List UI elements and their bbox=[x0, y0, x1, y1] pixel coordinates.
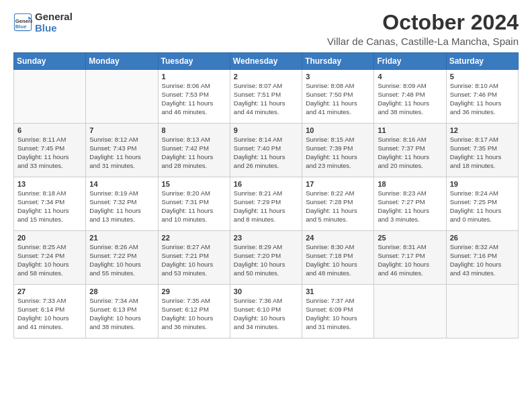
header-friday: Friday bbox=[374, 53, 446, 70]
calendar-cell: 1Sunrise: 8:06 AM Sunset: 7:53 PM Daylig… bbox=[158, 70, 230, 124]
day-info: Sunrise: 8:30 AM Sunset: 7:18 PM Dayligh… bbox=[306, 243, 370, 277]
main-container: General Blue General Blue October 2024 V… bbox=[0, 0, 532, 345]
day-number: 17 bbox=[306, 180, 370, 188]
calendar-week-3: 13Sunrise: 8:18 AM Sunset: 7:34 PM Dayli… bbox=[14, 177, 519, 231]
calendar-cell: 5Sunrise: 8:10 AM Sunset: 7:46 PM Daylig… bbox=[446, 70, 518, 124]
calendar-cell: 22Sunrise: 8:27 AM Sunset: 7:21 PM Dayli… bbox=[158, 231, 230, 285]
day-info: Sunrise: 8:27 AM Sunset: 7:21 PM Dayligh… bbox=[162, 243, 226, 277]
calendar-cell: 21Sunrise: 8:26 AM Sunset: 7:22 PM Dayli… bbox=[86, 231, 158, 285]
calendar-cell: 13Sunrise: 8:18 AM Sunset: 7:34 PM Dayli… bbox=[14, 177, 86, 231]
day-info: Sunrise: 7:35 AM Sunset: 6:12 PM Dayligh… bbox=[162, 297, 226, 331]
calendar-cell: 15Sunrise: 8:20 AM Sunset: 7:31 PM Dayli… bbox=[158, 177, 230, 231]
calendar-cell: 27Sunrise: 7:33 AM Sunset: 6:14 PM Dayli… bbox=[14, 285, 86, 338]
day-info: Sunrise: 8:08 AM Sunset: 7:50 PM Dayligh… bbox=[306, 82, 370, 116]
calendar-cell: 30Sunrise: 7:36 AM Sunset: 6:10 PM Dayli… bbox=[230, 285, 302, 338]
logo-icon: General Blue bbox=[13, 13, 32, 32]
day-info: Sunrise: 8:24 AM Sunset: 7:25 PM Dayligh… bbox=[450, 189, 515, 224]
day-number: 23 bbox=[234, 234, 298, 242]
title-block: October 2024 Villar de Canas, Castille-L… bbox=[327, 11, 519, 47]
calendar-week-4: 20Sunrise: 8:25 AM Sunset: 7:24 PM Dayli… bbox=[14, 231, 519, 285]
day-info: Sunrise: 8:20 AM Sunset: 7:31 PM Dayligh… bbox=[162, 189, 226, 224]
day-number: 27 bbox=[17, 287, 82, 295]
day-number: 7 bbox=[89, 126, 154, 134]
day-info: Sunrise: 8:14 AM Sunset: 7:40 PM Dayligh… bbox=[234, 136, 298, 170]
day-info: Sunrise: 7:36 AM Sunset: 6:10 PM Dayligh… bbox=[234, 297, 298, 331]
day-info: Sunrise: 8:09 AM Sunset: 7:48 PM Dayligh… bbox=[378, 82, 442, 116]
header-sunday: Sunday bbox=[14, 53, 86, 70]
calendar-week-2: 6Sunrise: 8:11 AM Sunset: 7:45 PM Daylig… bbox=[14, 124, 519, 177]
day-number: 24 bbox=[306, 234, 370, 242]
day-info: Sunrise: 8:15 AM Sunset: 7:39 PM Dayligh… bbox=[306, 136, 370, 170]
day-info: Sunrise: 8:18 AM Sunset: 7:34 PM Dayligh… bbox=[17, 189, 82, 224]
day-info: Sunrise: 8:31 AM Sunset: 7:17 PM Dayligh… bbox=[378, 243, 442, 277]
header-thursday: Thursday bbox=[302, 53, 374, 70]
day-number: 15 bbox=[162, 180, 226, 188]
calendar-cell: 9Sunrise: 8:14 AM Sunset: 7:40 PM Daylig… bbox=[230, 124, 302, 177]
header: General Blue General Blue October 2024 V… bbox=[13, 11, 519, 47]
day-number: 10 bbox=[306, 126, 370, 134]
logo-text-blue: Blue bbox=[35, 22, 73, 34]
day-info: Sunrise: 8:17 AM Sunset: 7:35 PM Dayligh… bbox=[450, 136, 515, 170]
day-info: Sunrise: 8:26 AM Sunset: 7:22 PM Dayligh… bbox=[89, 243, 154, 277]
calendar-cell: 10Sunrise: 8:15 AM Sunset: 7:39 PM Dayli… bbox=[302, 124, 374, 177]
calendar-cell: 17Sunrise: 8:22 AM Sunset: 7:28 PM Dayli… bbox=[302, 177, 374, 231]
calendar-cell bbox=[14, 70, 86, 124]
calendar-week-1: 1Sunrise: 8:06 AM Sunset: 7:53 PM Daylig… bbox=[14, 70, 519, 124]
day-number: 26 bbox=[450, 234, 515, 242]
day-info: Sunrise: 8:19 AM Sunset: 7:32 PM Dayligh… bbox=[89, 189, 154, 224]
calendar-cell: 7Sunrise: 8:12 AM Sunset: 7:43 PM Daylig… bbox=[86, 124, 158, 177]
day-number: 14 bbox=[89, 180, 154, 188]
calendar-cell: 2Sunrise: 8:07 AM Sunset: 7:51 PM Daylig… bbox=[230, 70, 302, 124]
day-info: Sunrise: 8:13 AM Sunset: 7:42 PM Dayligh… bbox=[162, 136, 226, 170]
day-info: Sunrise: 7:33 AM Sunset: 6:14 PM Dayligh… bbox=[17, 297, 82, 331]
day-number: 18 bbox=[378, 180, 442, 188]
calendar-week-5: 27Sunrise: 7:33 AM Sunset: 6:14 PM Dayli… bbox=[14, 285, 519, 338]
calendar-cell: 14Sunrise: 8:19 AM Sunset: 7:32 PM Dayli… bbox=[86, 177, 158, 231]
calendar-cell: 23Sunrise: 8:29 AM Sunset: 7:20 PM Dayli… bbox=[230, 231, 302, 285]
header-saturday: Saturday bbox=[446, 53, 518, 70]
calendar-cell: 19Sunrise: 8:24 AM Sunset: 7:25 PM Dayli… bbox=[446, 177, 518, 231]
calendar-cell: 28Sunrise: 7:34 AM Sunset: 6:13 PM Dayli… bbox=[86, 285, 158, 338]
day-number: 30 bbox=[234, 287, 298, 295]
calendar-cell: 3Sunrise: 8:08 AM Sunset: 7:50 PM Daylig… bbox=[302, 70, 374, 124]
calendar-body: 1Sunrise: 8:06 AM Sunset: 7:53 PM Daylig… bbox=[14, 70, 519, 338]
logo-wordmark: General Blue bbox=[35, 11, 73, 34]
day-info: Sunrise: 8:10 AM Sunset: 7:46 PM Dayligh… bbox=[450, 82, 515, 116]
day-info: Sunrise: 8:21 AM Sunset: 7:29 PM Dayligh… bbox=[234, 189, 298, 224]
logo: General Blue General Blue bbox=[13, 11, 73, 34]
day-number: 25 bbox=[378, 234, 442, 242]
calendar-cell: 12Sunrise: 8:17 AM Sunset: 7:35 PM Dayli… bbox=[446, 124, 518, 177]
calendar-cell: 16Sunrise: 8:21 AM Sunset: 7:29 PM Dayli… bbox=[230, 177, 302, 231]
calendar-cell bbox=[86, 70, 158, 124]
day-number: 8 bbox=[162, 126, 226, 134]
day-number: 16 bbox=[234, 180, 298, 188]
calendar-cell: 29Sunrise: 7:35 AM Sunset: 6:12 PM Dayli… bbox=[158, 285, 230, 338]
day-number: 11 bbox=[378, 126, 442, 134]
day-info: Sunrise: 8:12 AM Sunset: 7:43 PM Dayligh… bbox=[89, 136, 154, 170]
day-number: 13 bbox=[17, 180, 82, 188]
calendar-table: Sunday Monday Tuesday Wednesday Thursday… bbox=[13, 52, 519, 338]
day-number: 29 bbox=[162, 287, 226, 295]
day-number: 31 bbox=[306, 287, 370, 295]
day-info: Sunrise: 8:25 AM Sunset: 7:24 PM Dayligh… bbox=[17, 243, 82, 277]
day-number: 6 bbox=[17, 126, 82, 134]
calendar-cell: 26Sunrise: 8:32 AM Sunset: 7:16 PM Dayli… bbox=[446, 231, 518, 285]
day-number: 3 bbox=[306, 73, 370, 81]
calendar-cell: 6Sunrise: 8:11 AM Sunset: 7:45 PM Daylig… bbox=[14, 124, 86, 177]
day-info: Sunrise: 8:11 AM Sunset: 7:45 PM Dayligh… bbox=[17, 136, 82, 170]
header-wednesday: Wednesday bbox=[230, 53, 302, 70]
day-info: Sunrise: 7:34 AM Sunset: 6:13 PM Dayligh… bbox=[89, 297, 154, 331]
calendar-cell bbox=[446, 285, 518, 338]
day-number: 4 bbox=[378, 73, 442, 81]
svg-text:Blue: Blue bbox=[15, 24, 27, 30]
header-tuesday: Tuesday bbox=[158, 53, 230, 70]
calendar-cell bbox=[374, 285, 446, 338]
day-number: 22 bbox=[162, 234, 226, 242]
month-title: October 2024 bbox=[327, 11, 519, 34]
calendar-cell: 4Sunrise: 8:09 AM Sunset: 7:48 PM Daylig… bbox=[374, 70, 446, 124]
day-info: Sunrise: 8:07 AM Sunset: 7:51 PM Dayligh… bbox=[234, 82, 298, 116]
calendar-cell: 18Sunrise: 8:23 AM Sunset: 7:27 PM Dayli… bbox=[374, 177, 446, 231]
day-info: Sunrise: 8:23 AM Sunset: 7:27 PM Dayligh… bbox=[378, 189, 442, 224]
header-row: Sunday Monday Tuesday Wednesday Thursday… bbox=[14, 53, 519, 70]
logo-text-general: General bbox=[35, 11, 73, 22]
